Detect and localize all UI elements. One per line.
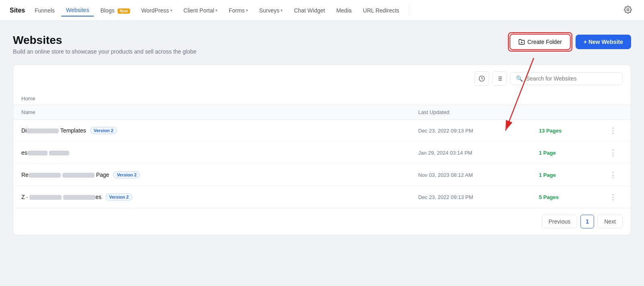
- table-header: Name Last Updated: [13, 105, 631, 120]
- svg-point-0: [627, 9, 629, 11]
- page-subtitle: Build an online store to showcase your p…: [13, 48, 196, 55]
- create-folder-button[interactable]: Create Folder: [510, 34, 571, 50]
- nav-media[interactable]: Media: [331, 5, 356, 16]
- breadcrumb: Home: [13, 92, 631, 105]
- nav-chat-widget[interactable]: Chat Widget: [289, 5, 330, 16]
- col-header-updated: Last Updated: [418, 109, 539, 115]
- row-pages-cell: 5 Pages: [539, 194, 603, 200]
- row-date-cell: Jan 29, 2024 03:14 PM: [418, 150, 539, 156]
- blurred-content: [27, 128, 59, 133]
- version-badge: Version 2: [105, 193, 132, 201]
- blurred-content: [29, 195, 62, 200]
- row-pages-cell: 1 Page: [539, 172, 603, 178]
- nav-url-redirects[interactable]: URL Redirects: [358, 5, 405, 16]
- row-menu-button[interactable]: ⋮: [603, 148, 623, 157]
- chevron-down-icon: ▾: [170, 8, 172, 12]
- previous-button[interactable]: Previous: [542, 215, 577, 228]
- col-header-name: Name: [21, 109, 418, 115]
- search-icon: 🔍: [516, 75, 523, 82]
- row-name-cell: es: [21, 149, 418, 156]
- nav-separator: [409, 5, 409, 16]
- row-name-cell: Z · es Version 2: [21, 193, 418, 201]
- nav-client-portal[interactable]: Client Portal ▾: [179, 5, 222, 16]
- settings-gear-icon[interactable]: [621, 3, 634, 17]
- row-name-cell: Re Page Version 2: [21, 171, 418, 178]
- blurred-content: [27, 151, 47, 155]
- table-row: Z · es Version 2 Dec 23, 2022 09:13 PM 5…: [13, 186, 631, 208]
- row-pages-cell: 1 Page: [539, 150, 603, 156]
- blurred-content: [49, 151, 69, 155]
- page-title: Websites: [13, 34, 196, 47]
- col-header-actions: [603, 109, 623, 115]
- row-menu-button[interactable]: ⋮: [603, 193, 623, 201]
- table-toolbar: 🔍: [13, 65, 631, 92]
- version-badge: Version 2: [90, 127, 117, 134]
- table-row: Re Page Version 2 Nov 03, 2023 08:12 AM …: [13, 164, 631, 186]
- nav-websites[interactable]: Websites: [61, 4, 94, 17]
- new-website-button[interactable]: + New Website: [576, 35, 631, 49]
- row-menu-button[interactable]: ⋮: [603, 126, 623, 135]
- list-view-icon-button[interactable]: [492, 71, 507, 86]
- row-date-cell: Dec 23, 2022 09:13 PM: [418, 128, 539, 134]
- version-badge: Version 2: [113, 171, 140, 178]
- page-heading: Websites Build an online store to showca…: [13, 34, 196, 55]
- chevron-down-icon: ▾: [246, 8, 248, 12]
- row-date-cell: Dec 23, 2022 09:13 PM: [418, 194, 539, 200]
- blurred-content: [63, 195, 95, 200]
- nav-forms[interactable]: Forms ▾: [224, 5, 253, 16]
- header-actions: Create Folder + New Website: [510, 34, 631, 50]
- nav-funnels[interactable]: Funnels: [30, 5, 60, 16]
- nav-surveys[interactable]: Surveys ▾: [254, 5, 288, 16]
- blurred-content: [62, 173, 95, 178]
- row-menu-button[interactable]: ⋮: [603, 170, 623, 179]
- top-navigation: Sites Funnels Websites Blogs New WordPre…: [0, 0, 644, 21]
- page-header: Websites Build an online store to showca…: [13, 34, 631, 55]
- folder-plus-icon: [518, 39, 525, 45]
- search-box[interactable]: 🔍: [510, 72, 623, 85]
- table-row: Di Templates Version 2 Dec 23, 2022 09:1…: [13, 120, 631, 142]
- table-row: es Jan 29, 2024 03:14 PM 1 Page ⋮: [13, 142, 631, 164]
- page-number-1[interactable]: 1: [580, 215, 594, 228]
- create-folder-annotation: Create Folder: [510, 34, 571, 50]
- row-date-cell: Nov 03, 2023 08:12 AM: [418, 172, 539, 178]
- next-button[interactable]: Next: [597, 215, 623, 228]
- clock-icon: [479, 75, 485, 82]
- row-pages-cell: 13 Pages: [539, 128, 603, 134]
- chevron-down-icon: ▾: [281, 8, 283, 12]
- row-name-cell: Di Templates Version 2: [21, 127, 418, 134]
- history-icon-button[interactable]: [475, 71, 489, 86]
- pagination: Previous 1 Next: [13, 208, 631, 235]
- brand-logo: Sites: [10, 7, 25, 14]
- col-header-pages: [539, 109, 603, 115]
- nav-blogs[interactable]: Blogs New: [95, 5, 134, 16]
- chevron-down-icon: ▾: [215, 8, 217, 12]
- nav-wordpress[interactable]: WordPress ▾: [136, 5, 177, 16]
- blurred-content: [29, 173, 61, 178]
- list-icon: [496, 75, 503, 82]
- websites-table-section: 🔍 Home Name Last Updated Di Templates Ve…: [13, 64, 631, 235]
- search-input[interactable]: [526, 75, 617, 82]
- new-badge: New: [118, 8, 130, 14]
- main-content: Websites Build an online store to showca…: [0, 21, 644, 235]
